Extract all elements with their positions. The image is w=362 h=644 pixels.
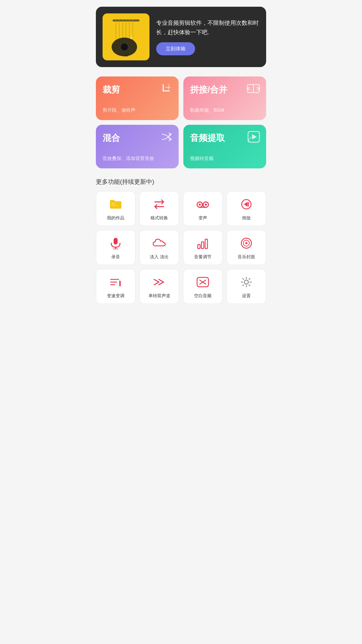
tool-speed-label: 变速变调 bbox=[107, 293, 124, 299]
feature-card-extract[interactable]: 音频提取 视频转音频 bbox=[183, 125, 266, 168]
tool-cover[interactable]: 音乐封面 bbox=[227, 230, 266, 265]
mix-icon bbox=[161, 131, 173, 143]
mute-icon bbox=[196, 275, 209, 289]
svg-rect-22 bbox=[111, 203, 115, 204]
forward-icon bbox=[153, 275, 166, 289]
voicemail-icon bbox=[196, 198, 209, 211]
repeat-icon bbox=[153, 198, 166, 211]
tool-voice-label: 变声 bbox=[198, 215, 207, 221]
svg-marker-19 bbox=[252, 134, 257, 140]
extract-icon bbox=[247, 131, 260, 143]
tool-stereo-label: 单转双声道 bbox=[148, 293, 170, 299]
music-list-icon bbox=[109, 275, 122, 289]
tool-volume[interactable]: 音量调节 bbox=[183, 230, 223, 265]
tool-myworks-label: 我的作品 bbox=[107, 215, 124, 221]
tool-myworks[interactable]: 我的作品 bbox=[96, 191, 135, 226]
folder-icon bbox=[109, 198, 122, 211]
svg-point-9 bbox=[121, 44, 128, 50]
play-back-icon bbox=[240, 198, 253, 211]
svg-point-21 bbox=[248, 140, 249, 142]
svg-point-28 bbox=[205, 204, 207, 206]
svg-rect-32 bbox=[114, 238, 118, 245]
main-features-grid: 裁剪 剪片段、做铃声 拼接/合并 歌曲串烧、BGM 混合 音效叠加、添加背景音效 bbox=[96, 76, 266, 168]
tool-volume-label: 音量调节 bbox=[194, 254, 212, 260]
tool-silence-label: 空白音频 bbox=[194, 293, 212, 299]
svg-rect-35 bbox=[198, 245, 200, 249]
tool-record[interactable]: 录音 bbox=[96, 230, 135, 265]
tool-reverse[interactable]: 倒放 bbox=[227, 191, 266, 226]
crop-sub: 剪片段、做铃声 bbox=[103, 107, 135, 113]
tool-settings[interactable]: 设置 bbox=[227, 269, 266, 304]
tool-fadeinout-label: 淡入 淡出 bbox=[150, 254, 169, 260]
svg-text:♩: ♩ bbox=[130, 33, 133, 40]
extract-sub: 视频转音频 bbox=[190, 156, 214, 162]
tool-fadeinout[interactable]: 淡入 淡出 bbox=[139, 230, 179, 265]
bar-chart-icon bbox=[196, 236, 209, 250]
mix-sub: 音效叠加、添加背景音效 bbox=[103, 156, 154, 162]
banner-image: ♩ bbox=[103, 13, 149, 60]
merge-icon bbox=[247, 83, 260, 95]
mic-icon bbox=[109, 236, 122, 250]
feature-card-mix[interactable]: 混合 音效叠加、添加背景音效 bbox=[96, 125, 179, 168]
svg-point-27 bbox=[199, 204, 201, 206]
tool-format-label: 格式转换 bbox=[150, 215, 168, 221]
svg-point-48 bbox=[244, 280, 248, 284]
tool-voice[interactable]: 变声 bbox=[183, 191, 223, 226]
tool-settings-label: 设置 bbox=[242, 293, 251, 299]
svg-rect-15 bbox=[168, 84, 169, 90]
tools-grid: 我的作品 格式转换 bbox=[96, 191, 266, 304]
promo-banner: ♩ 专业音频剪辑软件，不限制使用次数和时长，赶快体验一下吧. 立刻体验 bbox=[96, 7, 266, 67]
cloud-icon bbox=[153, 236, 166, 250]
tool-speed[interactable]: 变速变调 bbox=[96, 269, 135, 304]
tool-silence[interactable]: 空白音频 bbox=[183, 269, 223, 304]
svg-rect-13 bbox=[163, 90, 170, 92]
svg-marker-30 bbox=[244, 202, 247, 207]
banner-description: 专业音频剪辑软件，不限制使用次数和时长，赶快体验一下吧. bbox=[156, 18, 259, 37]
more-section-title: 更多功能(持续更新中) bbox=[96, 178, 266, 186]
tool-record-label: 录音 bbox=[111, 254, 120, 260]
svg-line-20 bbox=[248, 137, 251, 140]
svg-rect-36 bbox=[201, 242, 204, 249]
experience-button[interactable]: 立刻体验 bbox=[156, 42, 195, 55]
tool-stereo[interactable]: 单转双声道 bbox=[139, 269, 179, 304]
feature-card-merge[interactable]: 拼接/合并 歌曲串烧、BGM bbox=[183, 76, 266, 120]
crop-icon bbox=[161, 83, 173, 95]
disc-icon bbox=[240, 236, 253, 250]
more-section: 更多功能(持续更新中) 我的作品 bbox=[96, 178, 266, 304]
tool-format[interactable]: 格式转换 bbox=[139, 191, 179, 226]
feature-card-crop[interactable]: 裁剪 剪片段、做铃声 bbox=[96, 76, 179, 120]
svg-point-40 bbox=[245, 242, 247, 244]
svg-rect-23 bbox=[111, 205, 117, 206]
tool-cover-label: 音乐封面 bbox=[238, 254, 255, 260]
merge-sub: 歌曲串烧、BGM bbox=[190, 107, 224, 113]
svg-rect-37 bbox=[205, 239, 207, 249]
svg-rect-31 bbox=[248, 202, 249, 207]
tool-reverse-label: 倒放 bbox=[242, 215, 251, 221]
banner-text-content: 专业音频剪辑软件，不限制使用次数和时长，赶快体验一下吧. 立刻体验 bbox=[156, 18, 259, 55]
gear-icon bbox=[240, 275, 253, 289]
svg-rect-14 bbox=[165, 87, 171, 88]
